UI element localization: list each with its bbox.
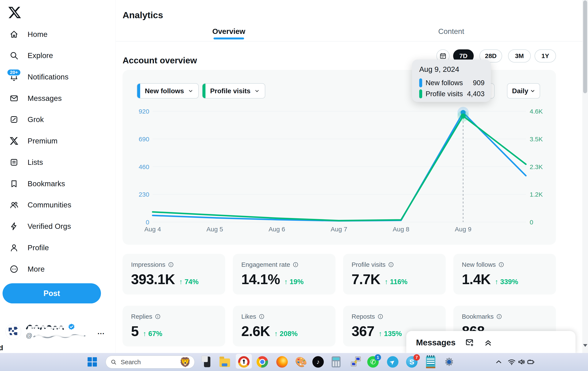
active-tab-underline bbox=[213, 38, 244, 40]
sidebar: Home Explore 20+ Notifications Messages … bbox=[0, 0, 116, 353]
settings-gear-icon: ⚙ bbox=[444, 356, 454, 367]
info-icon[interactable] bbox=[496, 314, 502, 320]
screen: Home Explore 20+ Notifications Messages … bbox=[0, 0, 588, 371]
info-icon[interactable] bbox=[168, 262, 174, 268]
taskbar-app-whatsapp[interactable]: ✆ 1 bbox=[367, 356, 379, 368]
stat-label: Bookmarks bbox=[462, 313, 494, 320]
sidebar-item-home[interactable]: Home bbox=[5, 25, 107, 44]
scrollbar-thumb[interactable] bbox=[583, 0, 587, 93]
tab-content[interactable]: Content bbox=[428, 21, 474, 41]
sidebar-item-label: Explore bbox=[28, 51, 53, 60]
scrollbar-down-arrow[interactable] bbox=[583, 344, 587, 347]
sidebar-item-bookmarks[interactable]: Bookmarks bbox=[5, 174, 107, 193]
sidebar-item-premium[interactable]: Premium bbox=[5, 131, 107, 151]
page-scrollbar[interactable] bbox=[582, 0, 588, 353]
chrome-icon bbox=[257, 356, 268, 368]
sidebar-item-grok[interactable]: Grok bbox=[5, 110, 107, 129]
svg-text:0: 0 bbox=[146, 219, 149, 226]
sidebar-item-profile[interactable]: Profile bbox=[5, 238, 107, 257]
taskbar-app-file-explorer[interactable] bbox=[219, 356, 231, 368]
search-icon bbox=[9, 51, 19, 60]
messages-drawer-title: Messages bbox=[416, 338, 455, 347]
sidebar-item-label: Verified Orgs bbox=[28, 222, 71, 231]
info-icon[interactable] bbox=[378, 314, 383, 320]
svg-text:2.3K: 2.3K bbox=[530, 163, 543, 170]
page-title: Analytics bbox=[123, 10, 163, 20]
pc-link-icon: ⚡ bbox=[350, 356, 362, 368]
wifi-icon[interactable] bbox=[507, 358, 516, 366]
stat-value: 367 bbox=[352, 323, 374, 339]
profile-more-icon[interactable]: ... bbox=[97, 328, 105, 336]
account-switcher[interactable]: @ ... bbox=[2, 320, 112, 343]
sidebar-item-lists[interactable]: Lists bbox=[5, 152, 107, 172]
more-circle-icon bbox=[9, 264, 19, 274]
info-icon[interactable] bbox=[498, 262, 504, 268]
sidebar-item-label: Bookmarks bbox=[28, 180, 65, 188]
info-icon[interactable] bbox=[155, 314, 161, 320]
stat-label: Likes bbox=[241, 313, 256, 320]
metric-dropdown-new-follows[interactable]: New follows bbox=[137, 83, 199, 99]
keyhole-app-icon bbox=[238, 356, 250, 368]
svg-text:3.5K: 3.5K bbox=[530, 136, 543, 143]
profile-name-scribble: @ bbox=[26, 323, 96, 341]
file-explorer-icon bbox=[220, 359, 230, 367]
tooltip-date: Aug 9, 2024 bbox=[419, 65, 484, 73]
stat-card-impressions: Impressions 393.1K74% bbox=[123, 254, 225, 294]
x-logo-icon[interactable] bbox=[8, 6, 22, 20]
stat-label: Reposts bbox=[352, 313, 375, 320]
taskbar-app-tiktok[interactable]: ♪ bbox=[312, 356, 324, 368]
taskbar-app-skype[interactable]: S 7 bbox=[406, 356, 418, 368]
grok-icon bbox=[9, 115, 19, 124]
taskbar-app-settings[interactable]: ⚙ bbox=[443, 356, 455, 368]
taskbar-search[interactable]: Search 🦁 bbox=[105, 356, 195, 369]
svg-text:460: 460 bbox=[139, 163, 149, 170]
sidebar-item-explore[interactable]: Explore bbox=[5, 46, 107, 65]
metric-label: New follows bbox=[140, 87, 188, 95]
info-icon[interactable] bbox=[388, 262, 394, 268]
info-icon[interactable] bbox=[293, 262, 299, 268]
taskbar-app-phone-link[interactable] bbox=[201, 356, 213, 368]
range-3m-button[interactable]: 3M bbox=[508, 49, 531, 62]
stat-card-engagement-rate: Engagement rate 14.1%19% bbox=[233, 254, 336, 294]
taskbar-app-privacy-browser[interactable] bbox=[238, 356, 250, 368]
taskbar-app-firefox[interactable] bbox=[276, 356, 288, 368]
chevron-down-icon bbox=[254, 88, 260, 94]
taskbar-app-paint[interactable]: 🎨 bbox=[295, 356, 307, 368]
messages-drawer[interactable]: Messages bbox=[406, 331, 576, 354]
svg-text:0: 0 bbox=[530, 219, 533, 226]
calendar-icon bbox=[439, 52, 447, 60]
stat-label: Engagement rate bbox=[241, 261, 290, 268]
battery-charging-icon[interactable] bbox=[527, 358, 535, 366]
tooltip-row: New follows 909 bbox=[419, 77, 484, 88]
sidebar-item-label: More bbox=[28, 265, 45, 273]
range-1y-button[interactable]: 1Y bbox=[535, 49, 556, 62]
section-title: Account overview bbox=[123, 56, 197, 65]
sidebar-item-verified-orgs[interactable]: Verified Orgs bbox=[5, 217, 107, 236]
metric-color-bar bbox=[202, 84, 205, 98]
expand-drawer-icon[interactable] bbox=[483, 338, 493, 347]
volume-icon[interactable] bbox=[517, 358, 526, 366]
metric-dropdown-profile-visits[interactable]: Profile visits bbox=[202, 83, 265, 99]
post-button[interactable]: Post bbox=[2, 283, 101, 303]
list-icon bbox=[9, 158, 19, 167]
telegram-icon: ➤ bbox=[387, 356, 399, 368]
sidebar-item-notifications[interactable]: 20+ Notifications bbox=[5, 67, 107, 87]
sidebar-item-label: Grok bbox=[28, 115, 44, 124]
granularity-dropdown[interactable]: Daily bbox=[507, 83, 540, 99]
taskbar-app-telegram[interactable]: ➤ bbox=[387, 356, 399, 368]
taskbar-app-notepad[interactable] bbox=[425, 356, 437, 368]
stat-card-new-follows: New follows 1.4K339% bbox=[453, 254, 556, 294]
tray-chevron-up-icon[interactable] bbox=[494, 358, 503, 366]
taskbar-app-chrome[interactable] bbox=[256, 356, 268, 368]
stat-delta: 19% bbox=[284, 278, 304, 286]
new-message-icon[interactable] bbox=[465, 338, 474, 347]
info-icon[interactable] bbox=[259, 314, 265, 320]
stat-delta: 208% bbox=[274, 330, 297, 338]
sidebar-item-messages[interactable]: Messages bbox=[5, 89, 107, 108]
start-button[interactable] bbox=[86, 356, 98, 368]
sidebar-item-communities[interactable]: Communities bbox=[5, 195, 107, 215]
taskbar-app-remote-connection[interactable]: ⚡ bbox=[350, 356, 362, 368]
taskbar-app-calculator[interactable] bbox=[330, 356, 342, 368]
sidebar-item-more[interactable]: More bbox=[5, 259, 107, 279]
svg-text:Aug 8: Aug 8 bbox=[393, 226, 409, 233]
